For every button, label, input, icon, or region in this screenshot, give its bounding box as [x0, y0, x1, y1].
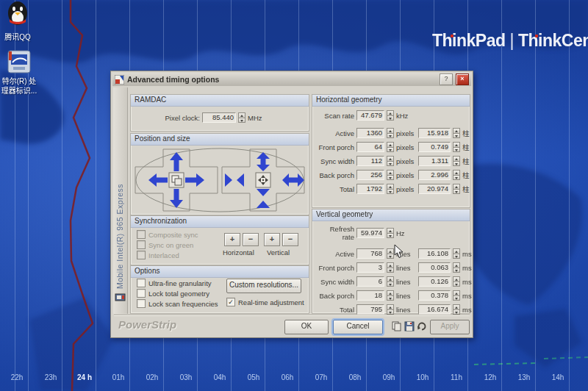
h-back-porch-time-field[interactable]: 2.996 — [418, 170, 451, 180]
checkbox-label: Lock scan frequencies — [148, 300, 218, 308]
pixel-clock-unit: MHz — [248, 114, 270, 122]
v-back-porch-time-field[interactable]: 0.378 — [418, 290, 451, 301]
checkbox-lock-total-geometry[interactable]: Lock total geometry — [137, 289, 209, 298]
v-total-time-field[interactable]: 16.674 — [418, 304, 451, 315]
v-sync-width-time-field[interactable]: 0.126 — [418, 276, 451, 287]
h-back-porch-pixels-field[interactable]: 256 — [356, 170, 384, 180]
position-size-controls — [132, 146, 307, 214]
spinner[interactable] — [387, 304, 394, 315]
pixel-clock-field[interactable]: 85.440 — [202, 112, 236, 123]
pixel-clock-spinner[interactable] — [238, 112, 245, 123]
spinner[interactable] — [453, 304, 460, 315]
ok-button[interactable]: OK — [284, 320, 329, 334]
scan-rate-field[interactable]: 47.679 — [356, 110, 384, 121]
timeline-label: 02h — [135, 373, 169, 381]
scan-rate-row: Scan rate 47.679 kHz — [316, 110, 466, 121]
qq-penguin-icon — [5, 0, 30, 29]
row-label: Front porch — [316, 143, 354, 151]
spinner[interactable] — [453, 142, 460, 152]
checkbox-box — [137, 289, 146, 298]
checkbox-label: Lock total geometry — [148, 290, 209, 298]
h-front-porch-time-field[interactable]: 0.749 — [418, 142, 451, 152]
spinner[interactable] — [387, 184, 394, 194]
position-size-header: Position and size — [131, 134, 309, 146]
checkbox-sync-on-green[interactable]: Sync on green — [137, 240, 193, 249]
apply-button[interactable]: Apply — [430, 320, 470, 334]
checkbox-lock-scan-frequencies[interactable]: Lock scan frequencies — [137, 299, 218, 308]
spinner[interactable] — [387, 290, 394, 301]
h-sync-width-pixels-field[interactable]: 112 — [356, 156, 384, 166]
spinner[interactable] — [453, 262, 460, 273]
vertical-sync-plus-button[interactable]: + — [264, 233, 280, 246]
checkbox-composite-sync[interactable]: Composite sync — [137, 230, 198, 239]
spinner[interactable] — [453, 276, 460, 287]
row-label: Back porch — [316, 171, 354, 179]
spinner[interactable] — [453, 128, 460, 138]
row-label: Front porch — [316, 264, 354, 272]
checkbox-ultra-fine-granularity[interactable]: Ultra-fine granularity — [137, 279, 212, 287]
help-button[interactable]: ? — [440, 73, 453, 85]
h-sync-width-time-field[interactable]: 1.311 — [418, 156, 451, 166]
v-back-porch-row: Back porch 18 lines 0.378 ms — [316, 290, 466, 301]
desktop-icon-label-line2: 理器标识... — [0, 86, 38, 96]
h-active-time-field[interactable]: 15.918 — [418, 128, 451, 138]
cancel-button[interactable]: Cancel — [333, 320, 383, 334]
spinner[interactable] — [453, 290, 460, 301]
spinner[interactable] — [387, 262, 394, 273]
checkbox-box — [137, 240, 146, 249]
vertical-sync-buttons: + − — [264, 233, 298, 246]
custom-resolutions-button[interactable]: Custom resolutions... — [226, 279, 301, 293]
horizontal-geometry-group: Horizontal geometry Scan rate 47.679 kHz… — [312, 94, 470, 208]
spinner[interactable] — [387, 276, 394, 287]
spinner[interactable] — [453, 156, 460, 166]
row-label: Sync width — [316, 278, 354, 286]
spinner[interactable] — [387, 228, 394, 238]
dialog-titlebar[interactable]: Advanced timing options ? × — [112, 73, 471, 86]
redo-icon[interactable] — [417, 321, 427, 331]
row-label: Sync width — [316, 157, 354, 165]
checkbox-real-time-adjustment[interactable]: ✓ Real-time adjustment — [226, 298, 304, 306]
h-total-row: Total 1792 pixels 20.974 柱 — [316, 184, 466, 194]
spinner[interactable] — [387, 248, 394, 259]
spinner[interactable] — [453, 248, 460, 259]
save-icon[interactable] — [404, 321, 415, 331]
timeline-label: 24 h — [68, 373, 101, 381]
desktop-icon-intel-processor-id[interactable]: 特尔(R) 处 理器标识... — [0, 50, 38, 96]
v-total-lines-field[interactable]: 795 — [356, 304, 384, 315]
ramdac-group: RAMDAC Pixel clock: 85.440 MHz — [130, 94, 309, 132]
vertical-sync-minus-button[interactable]: − — [282, 233, 298, 246]
copy-icon[interactable] — [392, 321, 402, 331]
spinner[interactable] — [387, 170, 394, 180]
h-active-pixels-field[interactable]: 1360 — [356, 128, 384, 138]
checkbox-interlaced[interactable]: Interlaced — [137, 251, 179, 259]
spinner[interactable] — [387, 142, 394, 152]
h-front-porch-pixels-field[interactable]: 64 — [356, 142, 384, 152]
spinner[interactable] — [453, 184, 460, 194]
row-unit: Hz — [396, 229, 416, 237]
v-active-time-field[interactable]: 16.108 — [418, 248, 451, 259]
move-down-arrow — [170, 189, 183, 208]
horizontal-sync-plus-button[interactable]: + — [224, 233, 240, 246]
spinner[interactable] — [387, 156, 394, 166]
v-back-porch-lines-field[interactable]: 18 — [356, 290, 384, 301]
row-time-unit: 柱 — [462, 156, 473, 166]
synchronization-header: Synchronization — [131, 216, 309, 228]
v-sync-width-lines-field[interactable]: 6 — [356, 276, 384, 287]
spinner[interactable] — [387, 110, 394, 121]
close-button[interactable]: × — [456, 73, 469, 85]
v-front-porch-time-field[interactable]: 0.063 — [418, 262, 451, 273]
horizontal-sync-minus-button[interactable]: − — [243, 233, 259, 246]
timeline-label: 03h — [169, 373, 203, 381]
h-total-time-field[interactable]: 20.974 — [418, 184, 451, 194]
v-front-porch-lines-field[interactable]: 3 — [356, 262, 384, 273]
spinner[interactable] — [387, 128, 394, 138]
dialog-title: Advanced timing options — [127, 75, 437, 84]
desktop-icon-qq[interactable]: 腾讯QQ — [0, 0, 35, 42]
move-right-arrow — [185, 173, 204, 187]
checkbox-box — [137, 299, 146, 308]
v-active-lines-field[interactable]: 768 — [356, 248, 384, 259]
row-label: Active — [316, 250, 354, 258]
refresh-rate-field[interactable]: 59.974 — [356, 228, 384, 238]
spinner[interactable] — [453, 170, 460, 180]
h-total-pixels-field[interactable]: 1792 — [356, 184, 384, 194]
